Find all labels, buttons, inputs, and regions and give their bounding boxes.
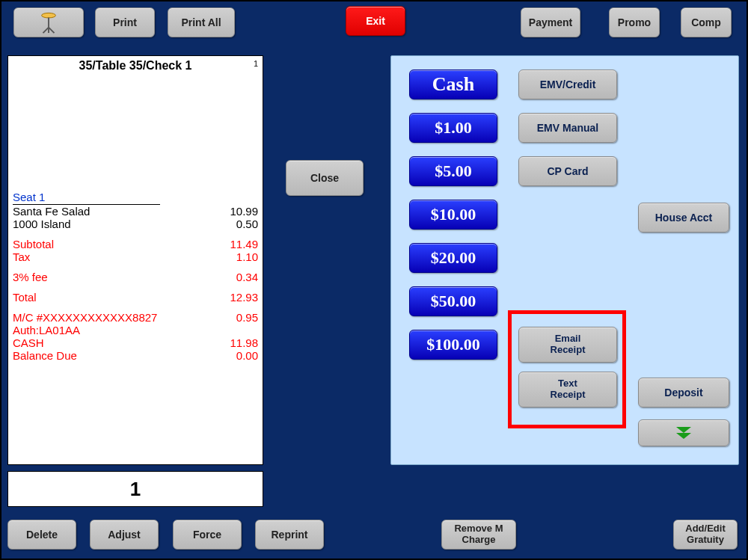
- emv-manual-label: EMV Manual: [537, 122, 598, 134]
- force-label: Force: [193, 529, 221, 541]
- deposit-label: Deposit: [664, 387, 702, 399]
- fee-label: 3% fee: [13, 271, 48, 283]
- svg-marker-6: [676, 433, 691, 439]
- fee-line: 3% fee0.34: [13, 271, 258, 283]
- exit-button[interactable]: Exit: [346, 6, 405, 36]
- print-all-button[interactable]: Print All: [168, 7, 235, 37]
- cash-100-label: $100.00: [426, 335, 480, 354]
- removem-label: Remove M Charge: [442, 523, 515, 546]
- receipt-header-num: 1: [254, 59, 258, 68]
- receipt-body: Seat 1 Santa Fe Salad10.99 1000 Island0.…: [13, 191, 258, 460]
- force-button[interactable]: Force: [173, 520, 242, 550]
- svg-line-3: [49, 28, 55, 34]
- email-receipt-label: Email Receipt: [551, 333, 586, 356]
- promo-button[interactable]: Promo: [609, 7, 660, 37]
- comp-label: Comp: [691, 16, 721, 28]
- receipt-item: Santa Fe Salad10.99: [13, 205, 258, 218]
- subtotal-line: Subtotal11.49: [13, 238, 258, 250]
- cash-line: CASH11.98: [13, 336, 258, 349]
- total-line: Total12.93: [13, 291, 258, 304]
- cash-1-button[interactable]: $1.00: [409, 113, 497, 143]
- cash-50-label: $50.00: [431, 292, 476, 310]
- fee-value: 0.34: [236, 271, 258, 283]
- tax-line: Tax1.10: [13, 250, 258, 263]
- email-receipt-button[interactable]: Email Receipt: [518, 327, 617, 363]
- receipt-header: 35/Table 35/Check 1 1: [8, 56, 263, 76]
- add-edit-gratuity-button[interactable]: Add/Edit Gratuity: [673, 520, 738, 550]
- cash-50-button[interactable]: $50.00: [409, 286, 497, 316]
- reprint-label: Reprint: [272, 529, 308, 541]
- auth-line: Auth:LA01AA: [13, 324, 258, 336]
- close-button[interactable]: Close: [286, 160, 364, 196]
- deposit-button[interactable]: Deposit: [638, 378, 729, 407]
- item-price: 10.99: [230, 205, 258, 218]
- balance-value: 0.00: [236, 349, 258, 362]
- cash-value: 11.98: [230, 336, 258, 349]
- svg-rect-1: [48, 17, 49, 27]
- subtotal-value: 11.49: [230, 238, 258, 250]
- house-acct-button[interactable]: House Acct: [638, 203, 729, 233]
- svg-point-0: [42, 13, 56, 18]
- cc-label: M/C #XXXXXXXXXXXX8827: [13, 311, 157, 324]
- cp-card-label: CP Card: [548, 165, 589, 177]
- emv-credit-button[interactable]: EMV/Credit: [518, 70, 617, 99]
- item-price: 0.50: [236, 218, 258, 230]
- cash-5-button[interactable]: $5.00: [409, 156, 497, 186]
- cash-10-label: $10.00: [431, 205, 476, 224]
- payment-label: Payment: [529, 16, 572, 28]
- payment-button[interactable]: Payment: [521, 7, 580, 37]
- cp-card-button[interactable]: CP Card: [518, 156, 617, 186]
- house-acct-label: House Acct: [655, 212, 713, 224]
- item-name: Santa Fe Salad: [13, 205, 90, 218]
- balance-label: Balance Due: [13, 349, 77, 362]
- cash-button[interactable]: Cash: [409, 70, 497, 99]
- emv-manual-button[interactable]: EMV Manual: [518, 113, 617, 143]
- double-chevron-down-icon: [673, 425, 694, 440]
- adjust-label: Adjust: [108, 529, 141, 541]
- quantity-value: 1: [130, 478, 141, 501]
- svg-marker-5: [676, 427, 691, 433]
- balance-line: Balance Due0.00: [13, 349, 258, 362]
- total-label: Total: [13, 291, 37, 304]
- cash-btn-label: Cash: [432, 73, 474, 96]
- print-button[interactable]: Print: [95, 7, 155, 37]
- seat-label: Seat 1: [13, 191, 258, 203]
- cash-1-label: $1.00: [435, 118, 472, 137]
- total-value: 12.93: [230, 291, 258, 304]
- cash-5-label: $5.00: [435, 161, 472, 180]
- print-label: Print: [113, 16, 137, 28]
- table-icon-button[interactable]: [13, 7, 84, 37]
- cc-amt: 0.95: [236, 311, 258, 324]
- reprint-button[interactable]: Reprint: [255, 520, 324, 550]
- cash-label: CASH: [13, 336, 44, 349]
- svg-line-2: [43, 28, 49, 34]
- exit-label: Exit: [366, 15, 385, 27]
- text-receipt-button[interactable]: Text Receipt: [518, 372, 617, 407]
- emv-credit-label: EMV/Credit: [540, 79, 596, 90]
- delete-label: Delete: [26, 529, 58, 541]
- cash-10-button[interactable]: $10.00: [409, 200, 497, 230]
- receipt-title: 35/Table 35/Check 1: [79, 59, 192, 72]
- addedit-label: Add/Edit Gratuity: [674, 523, 737, 546]
- text-receipt-label: Text Receipt: [551, 378, 586, 401]
- cash-20-label: $20.00: [431, 248, 476, 267]
- close-label: Close: [310, 172, 339, 184]
- printall-label: Print All: [181, 16, 221, 28]
- remove-m-charge-button[interactable]: Remove M Charge: [441, 520, 516, 550]
- cc-line: M/C #XXXXXXXXXXXX88270.95: [13, 311, 258, 324]
- subtotal-label: Subtotal: [13, 238, 54, 250]
- cash-20-button[interactable]: $20.00: [409, 243, 497, 273]
- cash-100-button[interactable]: $100.00: [409, 330, 497, 360]
- item-name: 1000 Island: [13, 218, 71, 230]
- stool-icon: [37, 11, 60, 34]
- delete-button[interactable]: Delete: [7, 520, 76, 550]
- comp-button[interactable]: Comp: [681, 7, 732, 37]
- receipt-panel: 35/Table 35/Check 1 1 Seat 1 Santa Fe Sa…: [7, 55, 263, 465]
- tax-label: Tax: [13, 250, 30, 263]
- receipt-item: 1000 Island0.50: [13, 218, 258, 230]
- adjust-button[interactable]: Adjust: [90, 520, 159, 550]
- promo-label: Promo: [618, 16, 651, 28]
- tax-value: 1.10: [236, 250, 258, 263]
- payment-panel: Cash $1.00 $5.00 $10.00 $20.00 $50.00 $1…: [390, 55, 739, 465]
- scroll-down-button[interactable]: [638, 419, 729, 446]
